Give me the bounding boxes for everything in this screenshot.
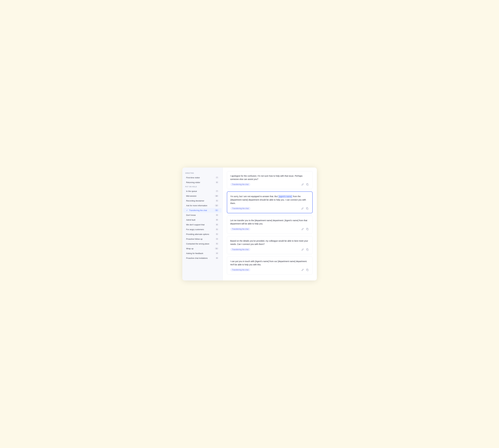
sidebar-item-label: We don't support that: [186, 224, 205, 226]
sidebar-item-we-dont-support-that[interactable]: We don't support that8: [183, 222, 222, 227]
checkmark-icon: ✓: [186, 209, 188, 211]
copy-button[interactable]: [306, 268, 309, 271]
svg-rect-0: [307, 184, 308, 185]
sidebar-item-left: First-time visitor: [186, 176, 200, 179]
sidebar-item-badge: 8: [215, 219, 219, 221]
sidebar-item-dont-know[interactable]: Don't know9: [183, 213, 222, 217]
sidebar-item-left: Providing alternate options: [186, 233, 209, 235]
sidebar-item-left: Don't know: [186, 214, 196, 216]
sidebar-item-left: Recording disclaimer: [186, 200, 204, 202]
response-card-resp-2: I'm sorry, but I am not equipped to answ…: [227, 192, 313, 213]
card-footer: Transferring the chat: [230, 268, 309, 271]
sidebar-item-label: First-time visitor: [186, 176, 200, 179]
sidebar-item-badge: 8: [215, 257, 219, 259]
sidebar-item-badge: 7: [215, 190, 219, 192]
copy-button[interactable]: [306, 183, 309, 186]
card-actions: [301, 183, 309, 186]
edit-button[interactable]: [301, 228, 304, 231]
copy-icon: [306, 248, 309, 251]
sidebar-item-in-the-queue[interactable]: In the queue7: [183, 189, 222, 193]
card-actions: [301, 248, 309, 251]
main-content: I apologize for the confusion; I'm not s…: [223, 168, 317, 281]
edit-button[interactable]: [301, 248, 304, 251]
edit-icon: [301, 228, 304, 230]
sidebar-item-badge: 5: [215, 200, 219, 202]
sidebar-item-label: For angry customers: [186, 228, 204, 231]
sidebar-item-badge: 4: [215, 252, 219, 254]
app-container: GREETINGFirst-time visitor7Returning vis…: [182, 168, 317, 281]
sidebar-item-left: Mid-session: [186, 195, 197, 197]
sidebar-item-left: In the queue: [186, 190, 197, 192]
copy-icon: [306, 269, 309, 271]
sidebar-item-proactive-chat-invitations[interactable]: Proactive chat invitations8: [183, 256, 222, 260]
sidebar-item-label: Providing alternate options: [186, 233, 209, 235]
sidebar-item-label: Returning visitor: [186, 181, 200, 184]
category-badge: Transferring the chat: [230, 248, 250, 251]
sidebar-item-asking-for-feedback[interactable]: Asking for feedback4: [183, 251, 222, 256]
sidebar-item-left: Proactive follow up: [186, 238, 202, 240]
sidebar-item-label: Transferring the chat: [189, 209, 207, 211]
response-text: Let me transfer you to the [department n…: [230, 219, 309, 225]
sidebar-item-badge: 8: [215, 224, 219, 226]
sidebar-item-left: Admit fault: [186, 219, 195, 221]
category-badge: Transferring the chat: [230, 183, 250, 186]
copy-icon: [306, 207, 308, 210]
copy-icon: [306, 228, 309, 230]
sidebar-item-wrap-up[interactable]: Wrap up11: [183, 246, 222, 251]
response-text: I can put you in touch with [Agent's nam…: [230, 260, 309, 266]
svg-rect-3: [307, 249, 308, 251]
edit-button[interactable]: [301, 183, 304, 186]
copy-button[interactable]: [305, 207, 309, 210]
sidebar-item-badge: 6: [215, 181, 219, 183]
highlight-tag: [agent's name]: [278, 195, 292, 198]
response-card-resp-1: I apologize for the confusion; I'm not s…: [227, 171, 313, 189]
card-footer: Transferring the chat: [230, 248, 309, 251]
sidebar-item-label: Proactive follow up: [186, 238, 202, 240]
sidebar-item-label: Ask for more information: [186, 205, 207, 207]
category-badge: Transferring the chat: [230, 228, 250, 231]
edit-button[interactable]: [301, 207, 304, 210]
sidebar-item-left: Wrap up: [186, 247, 194, 250]
sidebar-item-ask-for-more-information[interactable]: Ask for more information12: [183, 203, 222, 208]
sidebar-item-badge: 5: [215, 233, 219, 235]
sidebar-item-label: Admit fault: [186, 219, 195, 221]
sidebar-item-label: Contacted the wrong place: [186, 243, 209, 245]
copy-button[interactable]: [306, 228, 309, 231]
sidebar-item-badge: 5: [215, 228, 219, 230]
sidebar-item-left: For angry customers: [186, 228, 204, 231]
sidebar-item-left: Proactive chat invitations: [186, 257, 208, 259]
edit-icon: [301, 207, 304, 210]
edit-icon: [301, 269, 304, 271]
sidebar-item-badge: 11: [215, 247, 218, 250]
svg-rect-2: [307, 229, 308, 230]
sidebar-item-label: Proactive chat invitations: [186, 257, 208, 259]
sidebar-item-proactive-follow-up[interactable]: Proactive follow up3: [183, 237, 222, 241]
card-footer: Transferring the chat: [231, 207, 309, 210]
sidebar-item-for-angry-customers[interactable]: For angry customers5: [183, 227, 222, 232]
sidebar-item-first-time-visitor[interactable]: First-time visitor7: [183, 175, 222, 180]
edit-icon: [301, 183, 304, 186]
category-badge: Transferring the chat: [230, 268, 250, 271]
sidebar-item-transferring-the-chat[interactable]: ✓Transferring the chat11: [183, 208, 222, 213]
sidebar-section-label: PUT ON HOLD: [182, 186, 222, 189]
sidebar-item-recording-disclaimer[interactable]: Recording disclaimer5: [183, 198, 222, 203]
sidebar-item-contacted-the-wrong-place[interactable]: Contacted the wrong place5: [183, 241, 222, 246]
svg-rect-1: [307, 208, 308, 209]
sidebar-item-left: Asking for feedback: [186, 252, 203, 255]
sidebar: GREETINGFirst-time visitor7Returning vis…: [182, 168, 223, 281]
sidebar-item-label: Asking for feedback: [186, 252, 203, 255]
sidebar-item-badge: 12: [215, 205, 218, 207]
sidebar-item-mid-session[interactable]: Mid-session10: [183, 194, 222, 198]
edit-button[interactable]: [301, 268, 304, 271]
edit-icon: [301, 248, 304, 251]
card-footer: Transferring the chat: [230, 228, 309, 231]
card-actions: [301, 268, 309, 271]
copy-button[interactable]: [306, 248, 309, 251]
sidebar-item-providing-alternate-options[interactable]: Providing alternate options5: [183, 232, 222, 237]
response-text: Based on the details you've provided, my…: [230, 239, 309, 246]
sidebar-item-returning-visitor[interactable]: Returning visitor6: [183, 180, 222, 185]
sidebar-item-label: In the queue: [186, 190, 197, 192]
sidebar-item-label: Don't know: [186, 214, 196, 216]
sidebar-item-admit-fault[interactable]: Admit fault8: [183, 218, 222, 222]
sidebar-item-label: Mid-session: [186, 195, 197, 197]
